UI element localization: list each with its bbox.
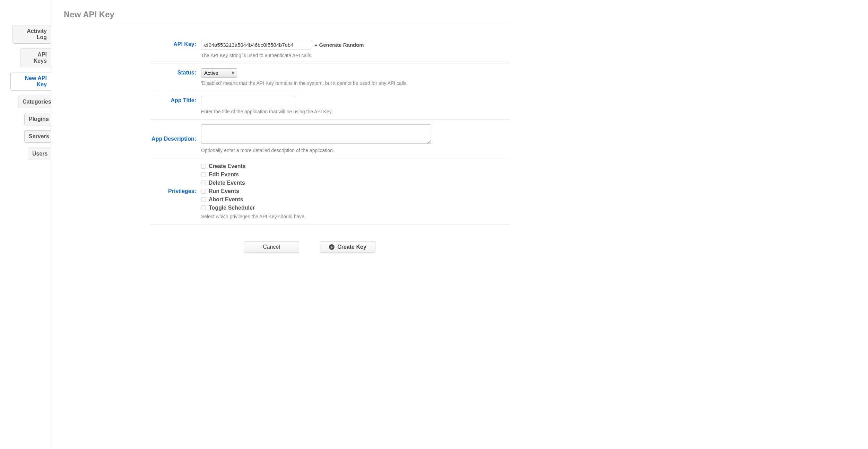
privilege-checkbox-toggle-scheduler[interactable] — [201, 205, 206, 210]
create-key-label: Create Key — [337, 244, 366, 250]
privilege-label: Run Events — [209, 188, 239, 194]
app-description-help: Optionally enter a more detailed descrip… — [201, 148, 510, 153]
form-row-api-key: API Key: « Generate Random The API Key s… — [150, 35, 510, 63]
sidebar: Activity Log API Keys New API Key Catego… — [0, 0, 51, 449]
app-title-help: Enter the title of the application that … — [201, 109, 510, 114]
form-row-app-title: App Title: Enter the title of the applic… — [150, 91, 510, 120]
privilege-checkbox-run-events[interactable] — [201, 189, 206, 194]
button-row: Cancel + Create Key — [109, 241, 510, 253]
app-title-input[interactable] — [201, 96, 296, 106]
api-key-input[interactable] — [201, 40, 311, 50]
privilege-label: Create Events — [209, 163, 246, 169]
status-help: 'Disabled' means that the API Key remain… — [201, 80, 510, 86]
sidebar-item-categories[interactable]: Categories — [18, 96, 51, 108]
main-content: New API Key API Key: « Generate Random T… — [51, 0, 523, 449]
api-key-label: API Key: — [150, 40, 201, 47]
form-row-app-description: App Description: Optionally enter a more… — [150, 120, 510, 158]
privilege-checkbox-edit-events[interactable] — [201, 172, 206, 177]
page-title: New API Key — [64, 10, 510, 23]
api-key-help: The API Key string is used to authentica… — [201, 53, 510, 58]
privilege-checkbox-abort-events[interactable] — [201, 197, 206, 202]
privilege-checkbox-delete-events[interactable] — [201, 181, 206, 185]
app-description-textarea[interactable] — [201, 124, 431, 144]
sidebar-item-activity-log[interactable]: Activity Log — [12, 25, 51, 44]
status-select[interactable]: Active — [201, 68, 237, 78]
privilege-item-create-events[interactable]: Create Events — [201, 163, 510, 169]
sidebar-item-servers[interactable]: Servers — [24, 130, 51, 143]
sidebar-item-new-api-key[interactable]: New API Key — [10, 72, 51, 91]
privilege-label: Abort Events — [209, 196, 243, 203]
privilege-item-delete-events[interactable]: Delete Events — [201, 180, 510, 186]
sidebar-item-api-keys[interactable]: API Keys — [20, 49, 51, 67]
privilege-label: Toggle Scheduler — [209, 205, 255, 211]
privilege-item-edit-events[interactable]: Edit Events — [201, 171, 510, 178]
privilege-item-run-events[interactable]: Run Events — [201, 188, 510, 194]
privilege-label: Edit Events — [209, 171, 239, 178]
sidebar-item-plugins[interactable]: Plugins — [24, 113, 51, 125]
form-row-status: Status: Active ▲▼ 'Disabled' means that … — [150, 63, 510, 91]
form-row-privileges: Privileges: Create Events Edit Events — [150, 158, 510, 224]
privilege-item-toggle-scheduler[interactable]: Toggle Scheduler — [201, 205, 510, 211]
plus-circle-icon: + — [329, 244, 335, 250]
sidebar-item-users[interactable]: Users — [28, 148, 51, 160]
privileges-help: Select which privileges the API Key shou… — [201, 214, 510, 219]
create-key-button[interactable]: + Create Key — [320, 241, 375, 253]
app-description-label: App Description: — [150, 136, 201, 142]
privilege-checkbox-create-events[interactable] — [201, 164, 206, 169]
privilege-item-abort-events[interactable]: Abort Events — [201, 196, 510, 203]
status-label: Status: — [150, 68, 201, 76]
generate-random-link[interactable]: « Generate Random — [315, 42, 364, 48]
app-title-label: App Title: — [150, 96, 201, 104]
privileges-label: Privileges: — [150, 188, 201, 194]
privilege-label: Delete Events — [209, 180, 245, 186]
cancel-button[interactable]: Cancel — [244, 241, 299, 253]
api-key-form: API Key: « Generate Random The API Key s… — [150, 35, 510, 253]
